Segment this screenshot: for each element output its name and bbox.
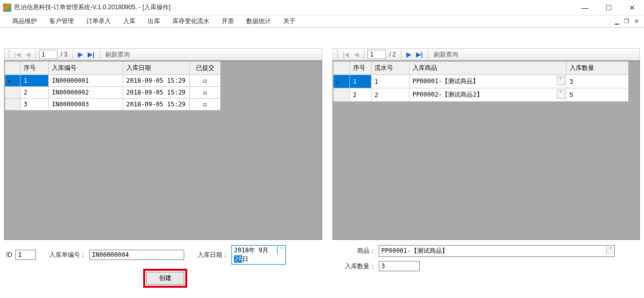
page-total: / 3 — [58, 51, 69, 58]
table-row[interactable]: 1 1 PP00001-【测试商品】 3 — [334, 75, 629, 88]
table-row[interactable]: 2 IN00000002 2018-09-05 15:29 ☑ — [5, 87, 221, 99]
col-seq[interactable]: 序号 — [349, 62, 371, 75]
next-page-icon[interactable]: ▶ — [404, 50, 413, 59]
mdi-restore-icon[interactable]: ❐ — [623, 17, 630, 26]
table-row[interactable]: 3 IN00000003 2018-09-05 15:29 ☑ — [5, 99, 221, 110]
cell-submitted[interactable]: ☑ — [190, 99, 221, 110]
row-header-blank — [334, 62, 350, 75]
col-date[interactable]: 入库日期 — [123, 62, 190, 75]
window-title: 邑泊信息科技-订单管理系统-V.1.0.20180905. - [入库操作] — [14, 3, 573, 12]
menu-item[interactable]: 客户管理 — [43, 15, 80, 27]
id-label: ID — [6, 251, 12, 258]
date-prefix: 2018年 9月 — [234, 247, 268, 254]
prev-page-icon[interactable]: ◀ — [24, 50, 32, 59]
right-panel: |◀ ◀ / 2 ▶ ▶| 刷新查询 序号 流水号 入库商品 — [333, 48, 640, 240]
last-page-icon[interactable]: ▶| — [86, 50, 96, 59]
highlight-frame: 创建 — [143, 269, 187, 288]
qty-label: 入库数量： — [345, 262, 376, 271]
create-button[interactable]: 创建 — [146, 272, 184, 285]
cell-date[interactable]: 2018-09-05 15:29 — [123, 99, 190, 110]
cell-date[interactable]: 2018-09-05 15:29 — [123, 87, 190, 99]
table-row[interactable]: 1 IN00000001 2018-09-05 15:29 ☑ — [5, 75, 221, 87]
col-qty[interactable]: 入库数量 — [566, 62, 628, 75]
page-current-input[interactable] — [367, 50, 386, 59]
product-dropdown[interactable]: PP00001-【测试商品】 — [379, 245, 615, 257]
cell-code[interactable]: IN00000003 — [49, 99, 123, 110]
menu-item[interactable]: 数据统计 — [240, 15, 277, 27]
menu-item[interactable]: 商品维护 — [6, 15, 43, 27]
product-value: PP00001-【测试商品】 — [381, 247, 448, 254]
mdi-close-icon[interactable]: ✕ — [633, 17, 640, 26]
prev-page-icon[interactable]: ◀ — [352, 50, 361, 59]
col-seq[interactable]: 序号 — [21, 62, 49, 75]
cell-code[interactable]: IN00000001 — [49, 75, 123, 87]
menu-item[interactable]: 开票 — [216, 15, 240, 27]
left-panel: |◀ ◀ / 3 ▶ ▶| 刷新查询 序号 入库编号 入库日期 — [4, 48, 322, 240]
menu-item[interactable]: 入库 — [117, 15, 142, 27]
cell-submitted[interactable]: ☑ — [190, 75, 221, 87]
first-page-icon[interactable]: |◀ — [12, 50, 23, 59]
date-suffix: 日 — [242, 255, 248, 263]
code-label: 入库单编号： — [49, 251, 86, 259]
left-navigator: |◀ ◀ / 3 ▶ ▶| 刷新查询 — [4, 48, 322, 61]
page-current-input[interactable] — [39, 50, 57, 59]
menu-item[interactable]: 关于 — [277, 15, 302, 27]
refresh-button[interactable]: 刷新查询 — [103, 49, 132, 60]
date-label: 入库日期： — [198, 251, 228, 259]
close-button[interactable]: ✕ — [620, 0, 644, 15]
cell-flow[interactable]: 2 — [371, 88, 409, 102]
col-submitted[interactable]: 已提交 — [190, 62, 221, 75]
cell-seq[interactable]: 1 — [21, 75, 49, 87]
window-controls: — ☐ ✕ — [573, 0, 644, 15]
cell-product[interactable]: PP00002-【测试商品2】 — [409, 88, 566, 102]
qty-input[interactable] — [379, 261, 420, 271]
date-highlight: 20 — [234, 255, 242, 263]
col-flow[interactable]: 流水号 — [371, 62, 409, 75]
product-label: 商品： — [345, 247, 376, 255]
maximize-button[interactable]: ☐ — [597, 0, 620, 15]
cell-seq[interactable]: 1 — [349, 75, 371, 88]
cell-date[interactable]: 2018-09-05 15:29 — [123, 75, 190, 87]
date-picker[interactable]: 2018年 9月20日 — [231, 245, 286, 265]
row-header-blank — [5, 62, 21, 75]
title-bar: 邑泊信息科技-订单管理系统-V.1.0.20180905. - [入库操作] —… — [0, 0, 644, 15]
col-product[interactable]: 入库商品 — [409, 62, 566, 75]
next-page-icon[interactable]: ▶ — [76, 50, 85, 59]
row-indicator-icon — [5, 75, 21, 87]
right-navigator: |◀ ◀ / 2 ▶ ▶| 刷新查询 — [333, 48, 640, 61]
row-indicator-icon — [334, 75, 350, 88]
right-grid[interactable]: 序号 流水号 入库商品 入库数量 1 1 PP00001-【测试商品】 3 — [333, 61, 640, 240]
menu-item[interactable]: 出库 — [142, 15, 166, 27]
refresh-button[interactable]: 刷新查询 — [432, 49, 460, 60]
menu-item[interactable]: 库存变化流水 — [166, 15, 216, 27]
row-indicator-icon — [334, 88, 350, 102]
footer-area: ID 入库单编号： 入库日期： 2018年 9月20日 创建 商品： — [0, 240, 644, 298]
menu-item[interactable]: 订单录入 — [80, 15, 117, 27]
minimize-button[interactable]: — — [573, 0, 597, 15]
row-indicator-icon — [5, 99, 21, 110]
code-input[interactable] — [89, 250, 184, 260]
first-page-icon[interactable]: |◀ — [341, 50, 351, 59]
workspace: |◀ ◀ / 3 ▶ ▶| 刷新查询 序号 入库编号 入库日期 — [0, 28, 644, 298]
col-code[interactable]: 入库编号 — [49, 62, 123, 75]
cell-seq[interactable]: 3 — [21, 99, 49, 110]
cell-code[interactable]: IN00000002 — [49, 87, 123, 99]
cell-flow[interactable]: 1 — [371, 75, 409, 88]
row-indicator-icon — [5, 87, 21, 99]
page-total: / 2 — [387, 51, 398, 58]
cell-submitted[interactable]: ☑ — [190, 87, 221, 99]
cell-product[interactable]: PP00001-【测试商品】 — [409, 75, 566, 88]
mdi-controls: ▁ ❐ ✕ — [614, 17, 644, 26]
cell-qty[interactable]: 3 — [566, 75, 628, 88]
cell-qty[interactable]: 5 — [566, 88, 628, 102]
id-input[interactable] — [15, 250, 36, 260]
left-grid[interactable]: 序号 入库编号 入库日期 已提交 1 IN00000001 2018-09-05… — [4, 61, 322, 240]
menu-bar: 商品维护 客户管理 订单录入 入库 出库 库存变化流水 开票 数据统计 关于 ▁… — [0, 15, 644, 28]
last-page-icon[interactable]: ▶| — [414, 50, 424, 59]
table-row[interactable]: 2 2 PP00002-【测试商品2】 5 — [334, 88, 629, 102]
mdi-minimize-icon[interactable]: ▁ — [614, 17, 620, 26]
cell-seq[interactable]: 2 — [349, 88, 371, 102]
cell-seq[interactable]: 2 — [21, 87, 49, 99]
app-icon — [3, 4, 11, 12]
